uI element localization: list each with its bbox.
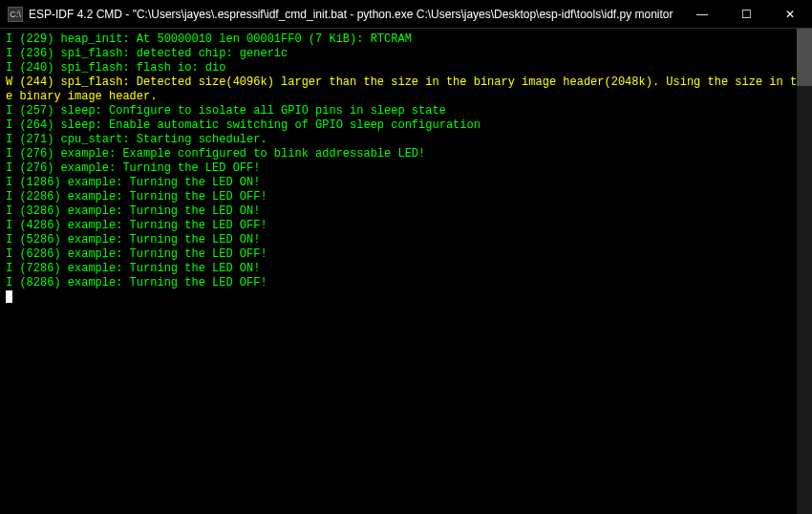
- log-line: I (276) example: Turning the LED OFF!: [6, 161, 806, 176]
- log-line: I (240) spi_flash: flash io: dio: [6, 61, 806, 75]
- log-line: I (6286) example: Turning the LED OFF!: [6, 247, 806, 262]
- log-line: W (244) spi_flash: Detected size(4096k) …: [6, 75, 806, 104]
- scrollbar-thumb[interactable]: [797, 29, 812, 86]
- log-line: I (1286) example: Turning the LED ON!: [6, 176, 806, 190]
- window-controls: — ☐ ✕: [680, 0, 812, 28]
- log-line: I (236) spi_flash: detected chip: generi…: [6, 47, 806, 61]
- minimize-button[interactable]: —: [680, 0, 724, 28]
- log-container: I (229) heap_init: At 50000010 len 00001…: [6, 32, 806, 290]
- log-line: I (8286) example: Turning the LED OFF!: [6, 276, 806, 290]
- terminal-output[interactable]: I (229) heap_init: At 50000010 len 00001…: [0, 29, 812, 514]
- log-line: I (271) cpu_start: Starting scheduler.: [6, 133, 806, 147]
- log-line: I (276) example: Example configured to b…: [6, 147, 806, 161]
- cursor: [6, 290, 12, 303]
- log-line: I (229) heap_init: At 50000010 len 00001…: [6, 32, 806, 47]
- log-line: I (7286) example: Turning the LED ON!: [6, 262, 806, 276]
- log-line: I (5286) example: Turning the LED ON!: [6, 233, 806, 247]
- log-line: I (264) sleep: Enable automatic switchin…: [6, 118, 806, 133]
- titlebar[interactable]: C:\ ESP-IDF 4.2 CMD - "C:\Users\jayes\.e…: [0, 0, 812, 29]
- cmd-icon: C:\: [8, 7, 23, 22]
- maximize-button[interactable]: ☐: [724, 0, 768, 28]
- scrollbar-track[interactable]: [797, 29, 812, 514]
- log-line: I (4286) example: Turning the LED OFF!: [6, 219, 806, 233]
- close-button[interactable]: ✕: [768, 0, 812, 28]
- log-line: I (3286) example: Turning the LED ON!: [6, 204, 806, 219]
- log-line: I (257) sleep: Configure to isolate all …: [6, 104, 806, 118]
- terminal-window: C:\ ESP-IDF 4.2 CMD - "C:\Users\jayes\.e…: [0, 0, 812, 514]
- log-line: I (2286) example: Turning the LED OFF!: [6, 190, 806, 204]
- window-title: ESP-IDF 4.2 CMD - "C:\Users\jayes\.espre…: [29, 8, 680, 21]
